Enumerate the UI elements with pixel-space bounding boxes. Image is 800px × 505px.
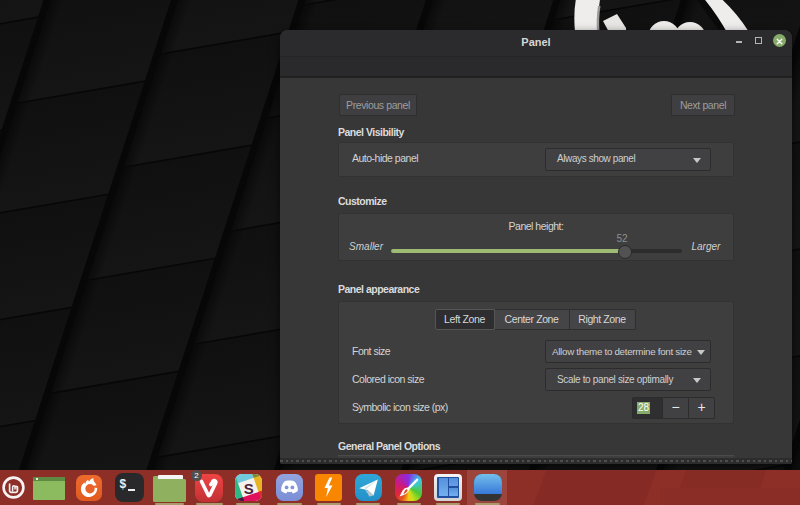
svg-text:S: S <box>243 479 253 496</box>
